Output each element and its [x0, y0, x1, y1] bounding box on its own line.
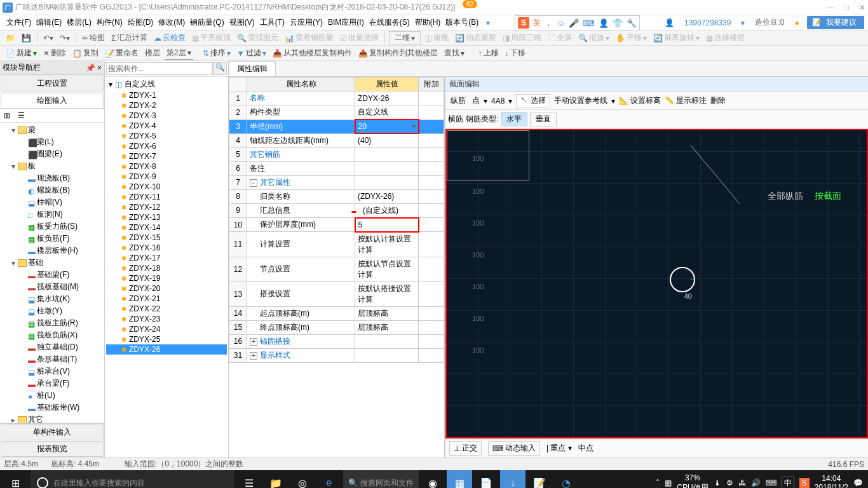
list-item[interactable]: ✱ ZDYX-24	[106, 324, 227, 334]
report-tab[interactable]: 报表预览	[1, 441, 104, 457]
view-rebar-button[interactable]: 📊 查看钢筋量	[283, 32, 336, 44]
floor-select[interactable]: 第2层 ▾	[165, 47, 193, 60]
ime-s-icon[interactable]: S	[518, 17, 529, 29]
app-icon-3[interactable]: ▦	[447, 470, 472, 488]
app-icon-5[interactable]: ↓	[500, 470, 526, 488]
flat-button[interactable]: ▦ 平齐板顶	[190, 32, 233, 44]
prop-row[interactable]: 14起点顶标高(m)层顶标高	[229, 306, 444, 320]
prop-row[interactable]: 2构件类型自定义线	[229, 105, 444, 120]
fullscreen-button[interactable]: ⛶ 全屏	[546, 32, 574, 44]
ime-mic-icon[interactable]: 🎤	[569, 18, 579, 28]
list-item[interactable]: ✱ ZDYX-14	[106, 222, 227, 233]
list-item[interactable]: ✱ ZDYX-11	[106, 192, 227, 202]
redo-icon[interactable]: ↷▾	[58, 33, 72, 43]
volume-icon[interactable]: 🔊	[751, 478, 761, 487]
prop-row[interactable]: 5其它钢筋	[229, 147, 444, 161]
down-button[interactable]: ↓ 下移	[503, 47, 527, 59]
delete-button[interactable]: ✕ 删除	[41, 47, 68, 59]
tree-zu[interactable]: ●桩(U)	[1, 390, 103, 402]
menu-view[interactable]: 视图(V)	[227, 16, 257, 29]
maximize-button[interactable]: □	[844, 3, 849, 12]
start-button[interactable]: ⊞	[0, 470, 31, 488]
menu-component[interactable]: 构件(N)	[94, 16, 125, 29]
select-floor-button[interactable]: ▦ 选择楼层	[704, 32, 747, 44]
search-icon[interactable]: 🔍	[213, 62, 227, 75]
prop-row[interactable]: 6备注	[229, 161, 444, 175]
tree-fbfj[interactable]: ▦筏板负筋(X)	[1, 329, 103, 341]
tree-lxb[interactable]: ◐螺旋板(B)	[1, 184, 103, 196]
search-button[interactable]: 查找 ▾	[442, 47, 466, 59]
list-item[interactable]: ✱ ZDYX-19	[106, 273, 227, 283]
dropdown-icon[interactable]: ▾	[484, 17, 492, 29]
ortho-button[interactable]: ⊥ 正交	[449, 441, 482, 456]
pan-button[interactable]: ✋ 平移 ▾	[614, 32, 649, 44]
spec-select[interactable]: 4A8	[491, 97, 505, 105]
list-item[interactable]: ✱ ZDYX-12	[106, 202, 227, 212]
prop-row[interactable]: 8归类名称(ZDYX-26)	[229, 189, 444, 203]
ime-tool-icon[interactable]: 🔧	[627, 18, 637, 28]
menu-draw[interactable]: 绘图(D)	[125, 16, 156, 29]
prop-row[interactable]: 9汇总信息(自定义线)	[229, 203, 444, 218]
prop-row[interactable]: 4轴线距左边线距离(mm)(40)	[229, 133, 444, 147]
app-icon-7[interactable]: ◔	[553, 470, 579, 488]
pin-icon[interactable]: 📌 ×	[86, 64, 102, 72]
list-item[interactable]: ✱ ZDYX-18	[106, 263, 227, 273]
show-button[interactable]: 📏 显示标注	[665, 95, 707, 106]
taskview-icon[interactable]: ☰	[236, 470, 262, 488]
batch-button[interactable]: ☑ 批量选择	[338, 32, 381, 44]
draw-button[interactable]: ✏ 绘图	[80, 32, 107, 44]
rename-button[interactable]: 📝 重命名	[103, 47, 140, 59]
ime-smile-icon[interactable]: ☺	[557, 18, 565, 28]
minimize-button[interactable]: —	[827, 3, 834, 12]
tree-quan[interactable]: ⬛圈梁(E)	[1, 148, 103, 160]
menu-floor[interactable]: 楼层(L)	[64, 16, 94, 29]
bird-button[interactable]: ◫ 俯视	[423, 32, 451, 44]
prop-tab[interactable]: 属性编辑	[229, 61, 276, 76]
vert-tab[interactable]: 垂直	[530, 112, 557, 126]
suggest-button[interactable]: 📝 我要建议	[807, 16, 864, 29]
edge-search[interactable]: 🔍 搜索网页和文件	[343, 470, 419, 488]
dyn-input-button[interactable]: ⌨ 动态输入	[488, 441, 540, 456]
menu-rebar[interactable]: 钢筋量(Q)	[187, 16, 226, 29]
list-item[interactable]: ✱ ZDYX-13	[106, 212, 227, 222]
tree-dljc[interactable]: ▬独立基础(D)	[1, 341, 103, 353]
list-item[interactable]: ✱ ZDYX-17	[106, 253, 227, 263]
tree-cql[interactable]: ▬承台梁(F)	[1, 377, 103, 390]
menu-version[interactable]: 版本号(B)	[443, 16, 481, 29]
tree-liang[interactable]: ▾梁	[1, 124, 103, 136]
list-item[interactable]: ✱ ZDYX-25	[106, 334, 227, 344]
manual-button[interactable]: 手动设置参考线	[554, 95, 607, 106]
list-item[interactable]: ✱ ZDYX-9	[106, 172, 227, 182]
app-icon-6[interactable]: 📝	[527, 470, 552, 488]
list-item[interactable]: ✱ ZDYX-4	[106, 121, 227, 131]
phone-number[interactable]: 13907298339	[682, 17, 733, 29]
prop-row[interactable]: 13搭接设置按默认搭接设置计算	[229, 281, 444, 306]
tree-liang-l[interactable]: ⬛梁(L)	[1, 136, 103, 148]
dim-select[interactable]: 二维 ▾	[389, 31, 421, 44]
sum-button[interactable]: Σ 汇总计算	[109, 32, 149, 44]
list-item[interactable]: ✱ ZDYX-21	[106, 294, 227, 304]
menu-edit[interactable]: 编辑(E)	[34, 16, 64, 29]
sogou-tray-icon[interactable]: S	[799, 478, 810, 488]
del-button[interactable]: 删除	[710, 95, 726, 106]
tree-fbzj[interactable]: ▦筏板主筋(R)	[1, 317, 103, 329]
tree-bfj[interactable]: ▦板负筋(F)	[1, 233, 103, 245]
component-tree[interactable]: ▾梁 ⬛梁(L) ⬛圈梁(E) ▾板 ▬现浇板(B) ◐螺旋板(B) ⬓柱帽(V…	[0, 123, 104, 423]
menu-help[interactable]: 帮助(H)	[412, 16, 444, 29]
tree-qita[interactable]: ▸其它	[1, 414, 103, 423]
eng-tab[interactable]: 工程设置	[1, 76, 104, 92]
tree-jichu[interactable]: ▾基础	[1, 257, 103, 269]
tree-zc[interactable]: ⬓柱墩(Y)	[1, 305, 103, 317]
draw-tab[interactable]: 绘图输入	[1, 93, 104, 109]
component-list[interactable]: ▾◫ 自定义线 ✱ ZDYX-1✱ ZDYX-2✱ ZDYX-3✱ ZDYX-4…	[105, 77, 228, 458]
prop-row[interactable]: 31+显示样式	[229, 348, 444, 362]
point-select[interactable]: 点	[472, 95, 480, 106]
menu-file[interactable]: 文件(F)	[4, 16, 34, 29]
prop-row[interactable]: 16+锚固搭接	[229, 334, 444, 348]
prop-row[interactable]: 7-其它属性	[229, 175, 444, 189]
prop-row[interactable]: 1名称ZDYX-26	[229, 92, 444, 105]
tree-jcl[interactable]: ▬基础梁(F)	[1, 269, 103, 281]
folder-icon[interactable]: 📁	[263, 470, 288, 488]
ime-profile-icon[interactable]: 👤	[599, 18, 609, 28]
horiz-tab[interactable]: 水平	[501, 112, 527, 126]
